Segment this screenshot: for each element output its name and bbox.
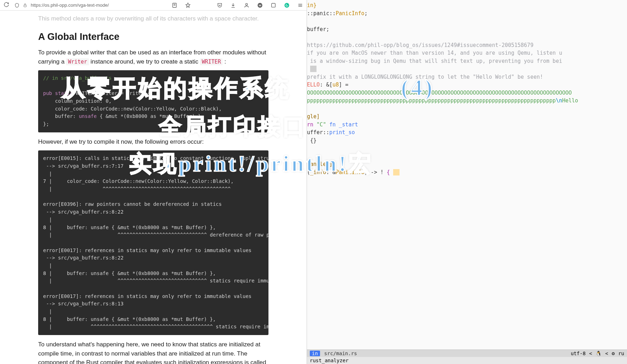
inline-code: WRITER	[200, 58, 223, 65]
status-row-2: rust_analyzer	[307, 357, 627, 364]
browser-pane: https://os.phil-opp.com/vga-text-mode/ W…	[0, 0, 307, 364]
status-lsp: rust_analyzer	[310, 358, 349, 363]
svg-text:W: W	[259, 4, 261, 7]
rust-icon: ⚙	[612, 351, 615, 356]
download-icon[interactable]	[230, 2, 236, 8]
menu-icon[interactable]	[297, 2, 303, 8]
bookmark-icon[interactable]	[185, 2, 191, 8]
reload-icon[interactable]	[4, 2, 9, 9]
url-text: https://os.phil-opp.com/vga-text-mode/	[31, 2, 109, 8]
account-icon[interactable]	[244, 2, 249, 8]
lock-icon	[23, 3, 27, 8]
truncated-line: This method clears a row by overwriting …	[38, 14, 268, 23]
chevron-left-icon[interactable]: <	[605, 351, 608, 356]
paragraph-3: To understand what's happening here, we …	[38, 340, 268, 364]
status-mode: in	[310, 351, 320, 356]
toolbar-icons: W	[172, 2, 303, 8]
code-block-1[interactable]: // in src/vga_buffer.rs pub static WRITE…	[38, 70, 268, 132]
shield-icon	[14, 3, 19, 8]
linux-icon: 🐧	[596, 351, 602, 356]
status-encoding: utf-8	[571, 351, 586, 356]
editor-pane: in} ::panic::PanicInfo; buffer; https://…	[307, 0, 627, 364]
grammarly-icon[interactable]	[284, 2, 290, 8]
svg-point-8	[284, 3, 289, 7]
url-bar[interactable]: https://os.phil-opp.com/vga-text-mode/	[14, 2, 166, 8]
svg-point-4	[246, 3, 247, 5]
extension-icon[interactable]	[271, 2, 276, 8]
wikipedia-icon[interactable]: W	[257, 2, 263, 8]
svg-rect-7	[272, 3, 276, 7]
editor-content[interactable]: in} ::panic::PanicInfo; buffer; https://…	[307, 0, 627, 176]
chevron-left-icon[interactable]: <	[589, 351, 592, 356]
reader-icon[interactable]	[172, 2, 177, 8]
status-path: src/main.rs	[324, 351, 357, 356]
browser-toolbar: https://os.phil-opp.com/vga-text-mode/ W	[0, 0, 307, 11]
status-row-1: in src/main.rs utf-8 < 🐧 < ⚙ ru	[307, 350, 627, 357]
svg-rect-0	[24, 5, 26, 7]
inline-code: Writer	[66, 58, 89, 65]
article-content: This method clears a row by overwriting …	[0, 11, 307, 364]
editor-status-bar: in src/main.rs utf-8 < 🐧 < ⚙ ru rust_ana…	[307, 350, 627, 364]
pocket-icon[interactable]	[217, 2, 223, 8]
code-block-2[interactable]: error[E0015]: calls in statics are limit…	[38, 150, 268, 335]
paragraph-1: To provide a global writer that can be u…	[38, 48, 268, 66]
paragraph-2: However, if we try to compile it now, th…	[38, 137, 268, 147]
section-heading: A Global Interface	[38, 30, 268, 44]
